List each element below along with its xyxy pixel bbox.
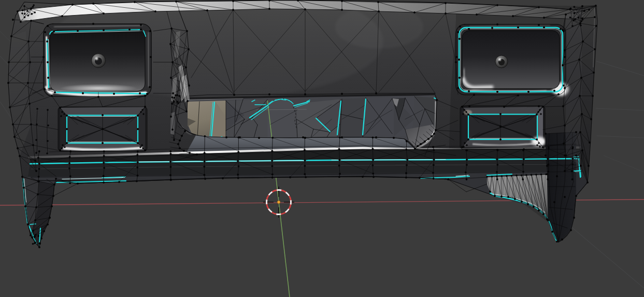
headlight-recess-right — [456, 24, 569, 96]
cursor-center-dot — [277, 201, 280, 204]
headlight-recess-left — [44, 24, 151, 96]
bolt-left — [92, 54, 106, 68]
bolt-right — [495, 55, 508, 68]
viewport-canvas[interactable] — [0, 0, 644, 297]
blender-3d-viewport[interactable] — [0, 0, 644, 297]
